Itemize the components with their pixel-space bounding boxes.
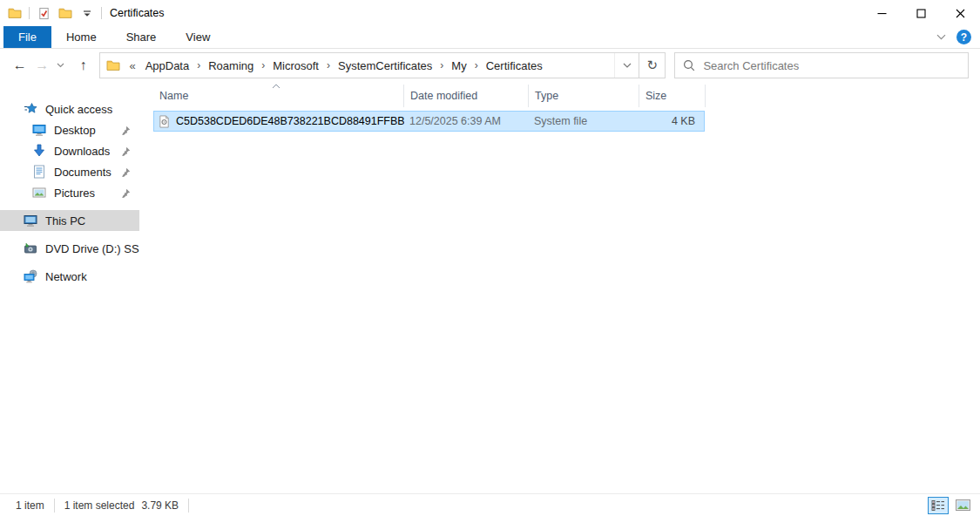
search-icon — [683, 59, 695, 71]
sidebar-item-label: Quick access — [45, 103, 112, 116]
search-box[interactable] — [674, 52, 969, 78]
breadcrumb-separator-icon: › — [260, 59, 266, 71]
address-bar[interactable]: « AppData › Roaming › Microsoft › System… — [99, 52, 666, 78]
new-folder-icon[interactable] — [57, 5, 73, 21]
system-file-icon — [158, 115, 171, 128]
breadcrumb-segment-microsoft[interactable]: Microsoft — [267, 59, 324, 72]
properties-check-icon[interactable] — [36, 5, 51, 21]
breadcrumb-separator-icon: › — [326, 59, 331, 71]
picture-icon — [32, 186, 46, 200]
network-icon — [24, 269, 37, 283]
selection-size: 3.79 KB — [141, 499, 179, 512]
explorer-folder-icon — [7, 5, 23, 21]
sidebar-item-downloads[interactable]: Downloads — [0, 140, 139, 161]
forward-button[interactable]: → — [31, 53, 54, 78]
up-button[interactable]: ↑ — [72, 53, 95, 78]
pin-icon — [121, 167, 131, 177]
breadcrumb-segment-appdata[interactable]: AppData — [140, 59, 195, 72]
breadcrumb-separator-icon: › — [474, 59, 479, 71]
computer-monitor-icon — [24, 214, 37, 227]
address-folder-icon — [106, 58, 120, 72]
file-name: C5D538CDED6DE48B738221BCD88491FFBB3458E2 — [176, 115, 404, 127]
file-row[interactable]: C5D538CDED6DE48B738221BCD88491FFBB3458E2… — [153, 111, 705, 132]
search-input[interactable] — [703, 59, 960, 72]
close-button[interactable] — [941, 0, 980, 26]
sidebar-item-pictures[interactable]: Pictures — [0, 182, 139, 203]
explorer-body: Quick access Desktop Downloads — [0, 82, 980, 493]
sidebar-item-label: Desktop — [54, 124, 96, 137]
column-header-size[interactable]: Size — [639, 85, 706, 107]
explorer-window: Certificates File Home Share View ? ← — [0, 0, 980, 516]
status-bar: 1 item 1 item selected 3.79 KB — [0, 493, 980, 516]
breadcrumb-collapsed-indicator[interactable]: « — [125, 59, 138, 72]
desktop-icon — [32, 123, 46, 137]
window-title: Certificates — [110, 7, 165, 19]
refresh-button[interactable]: ↻ — [639, 53, 665, 78]
breadcrumb-segment-roaming[interactable]: Roaming — [203, 59, 259, 72]
file-size-cell: 4 KB — [639, 115, 700, 127]
breadcrumb-separator-icon: › — [196, 59, 201, 71]
column-header-date-modified[interactable]: Date modified — [404, 85, 529, 107]
ribbon-tab-bar: File Home Share View ? — [0, 26, 980, 49]
tab-share[interactable]: Share — [112, 26, 172, 48]
toolbar-separator — [29, 7, 30, 19]
file-list-pane: Name Date modified Type Size — [139, 82, 980, 493]
pin-icon — [121, 146, 131, 156]
help-icon[interactable]: ? — [956, 30, 971, 44]
quick-access-toolbar — [0, 5, 102, 21]
column-header-label: Name — [159, 90, 188, 102]
column-header-type[interactable]: Type — [529, 85, 639, 107]
sidebar-item-desktop[interactable]: Desktop — [0, 119, 139, 140]
column-headers: Name Date modified Type Size — [153, 85, 980, 107]
column-header-label: Size — [645, 90, 666, 102]
expand-ribbon-chevron-icon[interactable] — [936, 34, 946, 40]
title-bar: Certificates — [0, 0, 980, 26]
ribbon-right-controls: ? — [936, 26, 980, 48]
status-separator — [54, 499, 55, 513]
sidebar-item-quick-access[interactable]: Quick access — [0, 98, 139, 119]
minimize-button[interactable] — [862, 0, 902, 26]
customize-quick-access-dropdown-icon[interactable] — [79, 5, 95, 21]
sidebar-item-label: Network — [45, 270, 87, 283]
thumbnails-view-button[interactable] — [952, 497, 973, 514]
sidebar-item-this-pc[interactable]: This PC — [0, 210, 139, 231]
breadcrumb-separator-icon: › — [439, 59, 444, 71]
sidebar-item-label: Pictures — [54, 187, 95, 200]
toolbar-separator — [101, 7, 102, 19]
sidebar-item-label: DVD Drive (D:) SSS_X6 — [45, 242, 139, 255]
navigation-pane: Quick access Desktop Downloads — [0, 82, 139, 493]
back-button[interactable]: ← — [9, 53, 31, 78]
downloads-arrow-icon — [32, 144, 46, 158]
tab-home[interactable]: Home — [51, 26, 112, 48]
sidebar-item-label: Documents — [54, 166, 112, 179]
breadcrumb-segment-certificates[interactable]: Certificates — [481, 59, 548, 72]
file-type-cell: System file — [529, 115, 639, 127]
recent-locations-chevron-icon[interactable] — [53, 53, 69, 78]
tab-view[interactable]: View — [171, 26, 225, 48]
column-header-label: Type — [535, 90, 558, 102]
quick-access-star-icon — [24, 102, 37, 116]
view-toggle-group — [928, 497, 980, 514]
address-dropdown-chevron-icon[interactable] — [614, 53, 639, 78]
navigation-bar: ← → ↑ « AppData › Roaming › Microsoft › … — [0, 49, 980, 82]
tab-file[interactable]: File — [3, 26, 51, 48]
sidebar-item-label: This PC — [45, 214, 85, 227]
pin-icon — [121, 188, 131, 198]
file-date-modified-cell: 12/5/2025 6:39 AM — [404, 115, 529, 127]
breadcrumb: « AppData › Roaming › Microsoft › System… — [100, 53, 614, 78]
status-separator — [188, 499, 189, 513]
selection-count: 1 item selected — [64, 499, 135, 512]
column-header-name[interactable]: Name — [153, 85, 404, 107]
breadcrumb-segment-systemcertificates[interactable]: SystemCertificates — [333, 59, 437, 72]
window-controls — [862, 0, 980, 26]
file-name-cell: C5D538CDED6DE48B738221BCD88491FFBB3458E2 — [154, 115, 404, 128]
maximize-button[interactable] — [902, 0, 941, 26]
sidebar-item-label: Downloads — [54, 145, 110, 158]
details-view-button[interactable] — [928, 497, 949, 514]
document-icon — [32, 165, 46, 179]
sort-ascending-caret-icon — [272, 84, 280, 89]
sidebar-item-documents[interactable]: Documents — [0, 161, 139, 182]
sidebar-item-network[interactable]: Network — [0, 266, 139, 287]
sidebar-item-dvd-drive[interactable]: DVD Drive (D:) SSS_X6 — [0, 238, 139, 259]
breadcrumb-segment-my[interactable]: My — [446, 59, 471, 72]
